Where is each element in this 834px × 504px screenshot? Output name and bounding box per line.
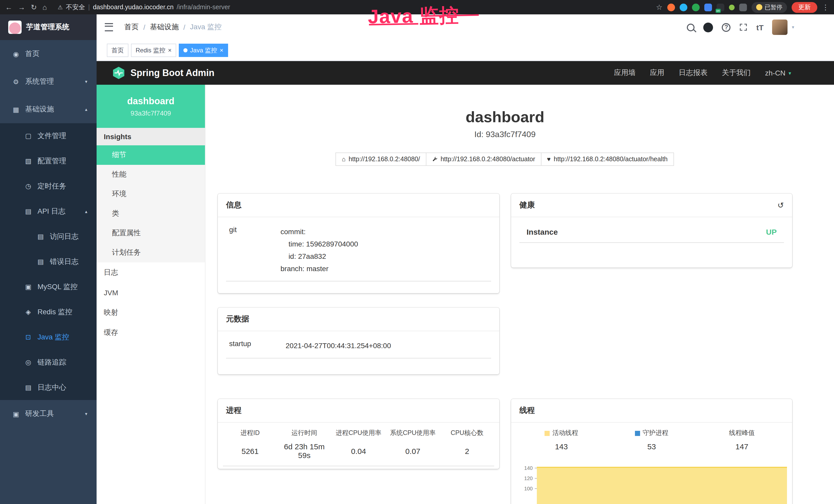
breadcrumb-home[interactable]: 首页: [124, 23, 139, 32]
sba-item-details[interactable]: 细节: [96, 145, 205, 165]
switch-on-badge: on: [715, 8, 721, 13]
sba-body: dashboard 93a3fc7f7409 Insights 细节 性能 环境…: [96, 85, 834, 504]
sba-item-caches[interactable]: 缓存: [96, 322, 205, 343]
insights-section-header: Insights: [96, 128, 205, 145]
sba-item-scheduled-tasks[interactable]: 计划任务: [96, 243, 205, 262]
help-icon[interactable]: ?: [722, 23, 731, 31]
nav-about[interactable]: 关于我们: [722, 68, 751, 77]
config-icon: ▧: [23, 157, 34, 165]
health-card: 健康 ↺ Instance UP: [511, 193, 792, 268]
update-button[interactable]: 更新: [792, 2, 817, 13]
security-label[interactable]: 不安全: [66, 3, 85, 12]
info-key: git: [226, 225, 281, 275]
health-url-link[interactable]: ♥ http://192.168.0.2:48080/actuator/heal…: [541, 153, 674, 166]
tab-java-monitor[interactable]: Java 监控 ×: [179, 44, 228, 57]
sba-item-classes[interactable]: 类: [96, 204, 205, 223]
sba-item-logs[interactable]: 日志: [96, 262, 205, 282]
bookmark-star-icon[interactable]: ☆: [656, 4, 662, 11]
sidebar-item-access-logs[interactable]: ▤ 访问日志: [0, 224, 96, 249]
extension-icon[interactable]: [692, 3, 699, 11]
breadcrumb-separator: /: [183, 23, 185, 31]
history-icon[interactable]: ↺: [777, 201, 784, 210]
extension-icon[interactable]: [679, 3, 687, 11]
browser-menu-icon[interactable]: ⋮: [822, 4, 829, 11]
trace-icon: ◎: [23, 359, 34, 366]
breadcrumb-infrastructure[interactable]: 基础设施: [150, 23, 179, 32]
metadata-card-header: 元数据: [218, 307, 499, 331]
breadcrumb-current: Java 监控: [190, 23, 222, 32]
sba-brand[interactable]: Spring Boot Admin: [112, 66, 215, 79]
sidebar-item-redis-monitor[interactable]: ◈ Redis 监控: [0, 299, 96, 324]
sidebar-item-mysql-monitor[interactable]: ▣ MySQL 监控: [0, 274, 96, 299]
sidebar-item-dev-tools[interactable]: ▣ 研发工具 ▾: [0, 400, 96, 428]
sidebar-item-api-logs[interactable]: ▤ API 日志 ▴: [0, 199, 96, 224]
sidebar-item-tracing[interactable]: ◎ 链路追踪: [0, 350, 96, 375]
app-title: 芋道管理系统: [26, 23, 69, 32]
sba-item-config-props[interactable]: 配置属性: [96, 223, 205, 243]
infrastructure-icon: ▦: [10, 106, 22, 113]
nav-journal[interactable]: 日志报表: [679, 68, 708, 77]
back-icon[interactable]: ←: [5, 4, 12, 11]
health-card-header: 健康 ↺: [511, 193, 792, 217]
user-avatar[interactable]: [772, 20, 788, 35]
close-icon[interactable]: ×: [168, 47, 172, 53]
extension-icon[interactable]: [667, 3, 675, 11]
extension-icon[interactable]: [704, 3, 712, 11]
service-url-link[interactable]: ⌂ http://192.168.0.2:48080/: [336, 153, 426, 166]
close-icon[interactable]: ×: [220, 47, 223, 53]
page-subtitle: Id: 93a3fc7f7409: [218, 129, 792, 140]
paused-badge[interactable]: 已暂停: [751, 2, 787, 13]
sidebar-item-files[interactable]: ▢ 文件管理: [0, 123, 96, 148]
avatar-caret-icon[interactable]: ▾: [792, 25, 794, 30]
instance-header[interactable]: dashboard 93a3fc7f7409: [96, 85, 205, 128]
font-size-icon[interactable]: tT: [756, 23, 764, 31]
nav-wallboard[interactable]: 应用墙: [614, 68, 636, 77]
sba-item-environment[interactable]: 环境: [96, 184, 205, 204]
extensions-puzzle-icon[interactable]: [739, 3, 747, 11]
threads-chart-plot: [537, 463, 787, 504]
sba-item-jvm[interactable]: JVM: [96, 282, 205, 302]
sidebar-item-error-logs[interactable]: ▤ 错误日志: [0, 249, 96, 274]
app-logo-icon: [8, 21, 22, 34]
forward-icon[interactable]: →: [18, 4, 25, 11]
actuator-url-link[interactable]: http://192.168.0.2:48080/actuator: [425, 153, 541, 166]
chevron-up-icon: ▴: [85, 209, 87, 214]
github-icon[interactable]: [704, 22, 713, 32]
metadata-card-body: startup 2021-04-27T00:44:31.254+08:00: [218, 331, 499, 367]
sidebar-item-infrastructure[interactable]: ▦ 基础设施 ▴: [0, 95, 96, 123]
sba-item-mappings[interactable]: 映射: [96, 302, 205, 322]
metadata-value: 2021-04-27T00:44:31.254+08:00: [286, 339, 491, 352]
url-separator: |: [88, 4, 90, 11]
app-sidebar: 芋道管理系统 ◉ 首页 ⚙ 系统管理 ▾ ▦ 基础设施 ▴ ▢ 文件管理 ▧ 配…: [0, 15, 96, 504]
address-bar[interactable]: ⚠ 不安全 | dashboard.yudao.iocoder.cn/infra…: [58, 3, 230, 12]
tab-redis-monitor[interactable]: Redis 监控 ×: [131, 44, 176, 57]
url-path: /infra/admin-server: [177, 4, 230, 11]
switch-extension-icon[interactable]: on: [716, 3, 724, 11]
sidebar-item-java-monitor[interactable]: ⊡ Java 监控: [0, 324, 96, 350]
sba-item-metrics[interactable]: 性能: [96, 165, 205, 184]
sidebar-toggle-icon[interactable]: [105, 23, 113, 31]
refresh-icon[interactable]: ↻: [31, 4, 37, 11]
fullscreen-icon[interactable]: [740, 23, 748, 31]
language-selector[interactable]: zh-CN ▾: [765, 69, 791, 77]
browser-home-icon[interactable]: ⌂: [42, 4, 47, 11]
process-header-row: 进程ID 运行时间 进程CPU使用率 系统CPU使用率 CPU核心数: [223, 429, 494, 437]
sidebar-item-scheduled-jobs[interactable]: ◷ 定时任务: [0, 174, 96, 199]
metadata-card: 元数据 startup 2021-04-27T00:44:31.254+08:0…: [218, 307, 499, 374]
nav-applications[interactable]: 应用: [650, 68, 664, 77]
health-row[interactable]: Instance UP: [519, 226, 784, 243]
home-icon: ⌂: [342, 156, 346, 163]
app-logo-row[interactable]: 芋道管理系统: [0, 15, 96, 40]
sidebar-item-log-center[interactable]: ▤ 日志中心: [0, 375, 96, 400]
java-icon: ⊡: [23, 333, 34, 341]
search-icon[interactable]: [687, 23, 695, 31]
info-card-body: git commit: time: 1596289704000 id: 27aa…: [218, 217, 499, 290]
sidebar-item-system[interactable]: ⚙ 系统管理 ▾: [0, 68, 96, 95]
extension-icon[interactable]: [729, 4, 734, 10]
health-instance-label: Instance: [527, 228, 558, 236]
tab-home[interactable]: 首页: [107, 44, 128, 57]
info-value: commit: time: 1596289704000 id: 27aa832 …: [281, 225, 491, 275]
sba-navbar: Spring Boot Admin 应用墙 应用 日志报表 关于我们 zh-CN…: [96, 61, 834, 85]
sidebar-item-home[interactable]: ◉ 首页: [0, 40, 96, 68]
sidebar-item-config[interactable]: ▧ 配置管理: [0, 148, 96, 174]
